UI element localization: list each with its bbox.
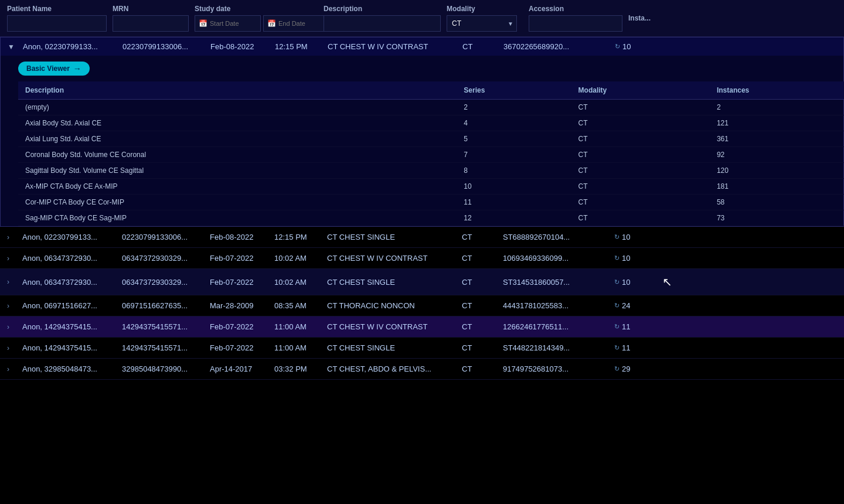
reload-icon: ↻ bbox=[614, 302, 620, 309]
expand-icon: › bbox=[7, 344, 16, 352]
expand-icon: › bbox=[7, 278, 16, 286]
row-instances: ↻ 10 bbox=[614, 254, 661, 263]
sub-row-series: 4 bbox=[457, 115, 571, 131]
sub-row-modality: CT bbox=[571, 100, 710, 115]
sub-table-row[interactable]: Sagittal Body Std. Volume CE Sagittal 8 … bbox=[18, 163, 844, 179]
row-modality: CT bbox=[462, 343, 497, 352]
row-patient-name: Anon, 02230799133... bbox=[22, 233, 116, 241]
collapse-icon: ▼ bbox=[8, 43, 17, 51]
mrn-input[interactable] bbox=[113, 15, 189, 32]
reload-icon: ↻ bbox=[614, 278, 620, 286]
expanded-study-header[interactable]: ▼ Anon, 02230799133... 02230799133006...… bbox=[1, 38, 843, 56]
table-row[interactable]: › Anon, 14294375415... 14294375415571...… bbox=[0, 316, 844, 338]
cursor-arrow: ↖ bbox=[662, 275, 672, 289]
sub-row-series: 7 bbox=[457, 147, 571, 163]
table-row[interactable]: › Anon, 06971516627... 06971516627635...… bbox=[0, 295, 844, 316]
expanded-mrn: 02230799133006... bbox=[122, 42, 205, 51]
study-date-filter-col: Study date 📅 📅 bbox=[195, 5, 318, 32]
row-time: 11:00 AM bbox=[274, 343, 321, 352]
sub-table-row[interactable]: Sag-MIP CTA Body CE Sag-MIP 12 CT 73 bbox=[18, 210, 844, 226]
row-date: Mar-28-2009 bbox=[210, 301, 268, 310]
sub-table-row[interactable]: (empty) 2 CT 2 bbox=[18, 100, 844, 115]
modality-select[interactable]: CT MR US CR DX NM PT bbox=[447, 15, 517, 32]
expanded-accession: 36702265689920... bbox=[503, 42, 609, 51]
row-time: 10:02 AM bbox=[274, 254, 321, 263]
table-row[interactable]: › Anon, 06347372930... 06347372930329...… bbox=[0, 269, 844, 295]
row-time: 11:00 AM bbox=[274, 322, 321, 331]
table-row[interactable]: › Anon, 32985048473... 32985048473990...… bbox=[0, 359, 844, 380]
sub-row-series: 2 bbox=[457, 100, 571, 115]
instances-filter-col: Insta... bbox=[628, 14, 651, 22]
end-date-wrapper[interactable]: 📅 bbox=[263, 15, 329, 32]
sub-table-body: (empty) 2 CT 2 Axial Body Std. Axial CE … bbox=[18, 100, 844, 226]
sub-row-modality: CT bbox=[571, 147, 710, 163]
row-modality: CT bbox=[462, 254, 497, 263]
row-instances: ↻ 11 bbox=[614, 343, 661, 352]
expanded-study-row: ▼ Anon, 02230799133... 02230799133006...… bbox=[0, 37, 844, 227]
sub-table-row[interactable]: Ax-MIP CTA Body CE Ax-MIP 10 CT 181 bbox=[18, 179, 844, 195]
row-date: Feb-08-2022 bbox=[210, 233, 268, 241]
expanded-instances: ↻ 10 bbox=[615, 42, 662, 51]
row-mrn: 14294375415571... bbox=[122, 322, 204, 331]
expanded-instances-wrapper: ↻ 10 bbox=[615, 42, 662, 51]
row-accession: ST314531860057... bbox=[503, 278, 608, 287]
row-mrn: 06971516627635... bbox=[122, 301, 204, 310]
table-row[interactable]: › Anon, 02230799133... 02230799133006...… bbox=[0, 227, 844, 248]
row-mrn: 06347372930329... bbox=[122, 254, 204, 263]
reload-icon: ↻ bbox=[614, 323, 620, 331]
end-date-input[interactable] bbox=[278, 20, 325, 27]
row-description: CT THORACIC NONCON bbox=[327, 301, 456, 310]
reload-icon: ↻ bbox=[614, 365, 620, 373]
patient-name-filter-col: Patient Name bbox=[7, 5, 107, 32]
row-modality: CT bbox=[462, 278, 497, 287]
main-container: Patient Name MRN Study date 📅 📅 Descript… bbox=[0, 0, 844, 504]
accession-input[interactable] bbox=[529, 15, 622, 32]
start-date-input[interactable] bbox=[210, 20, 257, 27]
instances-wrapper: ↻ 24 bbox=[614, 301, 661, 310]
row-instances: ↻ 10 bbox=[614, 233, 661, 241]
filter-row: Patient Name MRN Study date 📅 📅 Descript… bbox=[0, 0, 844, 37]
row-date: Feb-07-2022 bbox=[210, 278, 268, 287]
row-accession: 10693469336099... bbox=[503, 254, 608, 263]
sub-row-description: Axial Body Std. Axial CE bbox=[18, 115, 457, 131]
row-instances: ↻ 11 bbox=[614, 322, 661, 331]
row-date: Feb-07-2022 bbox=[210, 254, 268, 263]
row-mrn: 32985048473990... bbox=[122, 365, 204, 373]
sub-row-series: 5 bbox=[457, 131, 571, 147]
sub-row-modality: CT bbox=[571, 210, 710, 226]
row-instances: ↻ 29 bbox=[614, 365, 661, 373]
row-description: CT CHEST W IV CONTRAST bbox=[327, 322, 456, 331]
basic-viewer-button[interactable]: Basic Viewer bbox=[18, 62, 90, 76]
reload-icon: ↻ bbox=[614, 344, 620, 352]
sub-row-description: Coronal Body Std. Volume CE Coronal bbox=[18, 147, 457, 163]
sub-row-modality: CT bbox=[571, 131, 710, 147]
description-input[interactable] bbox=[324, 15, 441, 32]
sub-row-description: Ax-MIP CTA Body CE Ax-MIP bbox=[18, 179, 457, 195]
sub-table-row[interactable]: Axial Body Std. Axial CE 4 CT 121 bbox=[18, 115, 844, 131]
sub-table-header-row: Description Series Modality Instances bbox=[18, 81, 844, 100]
row-patient-name: Anon, 06347372930... bbox=[22, 278, 116, 287]
row-patient-name: Anon, 14294375415... bbox=[22, 343, 116, 352]
instances-wrapper: ↻ 29 bbox=[614, 365, 661, 373]
sub-table-row[interactable]: Axial Lung Std. Axial CE 5 CT 361 bbox=[18, 131, 844, 147]
reload-icon: ↻ bbox=[614, 233, 620, 241]
sub-table-head: Description Series Modality Instances bbox=[18, 81, 844, 100]
sub-row-instances: 181 bbox=[710, 179, 844, 195]
sub-row-instances: 58 bbox=[710, 195, 844, 210]
row-description: CT CHEST SINGLE bbox=[327, 343, 456, 352]
sub-table-row[interactable]: Cor-MIP CTA Body CE Cor-MIP 11 CT 58 bbox=[18, 195, 844, 210]
instances-wrapper: ↻ 10 bbox=[614, 233, 661, 241]
row-time: 10:02 AM bbox=[274, 278, 321, 287]
modality-filter-col: Modality CT MR US CR DX NM PT bbox=[447, 5, 523, 32]
reload-icon: ↻ bbox=[614, 254, 620, 262]
sub-row-modality: CT bbox=[571, 195, 710, 210]
study-date-label: Study date bbox=[195, 5, 318, 13]
calendar-end-icon: 📅 bbox=[267, 19, 276, 28]
sub-table-row[interactable]: Coronal Body Std. Volume CE Coronal 7 CT… bbox=[18, 147, 844, 163]
table-area: ▼ Anon, 02230799133... 02230799133006...… bbox=[0, 37, 844, 499]
patient-name-input[interactable] bbox=[7, 15, 107, 32]
table-row[interactable]: › Anon, 06347372930... 06347372930329...… bbox=[0, 248, 844, 269]
sub-row-description: (empty) bbox=[18, 100, 457, 115]
table-row[interactable]: › Anon, 14294375415... 14294375415571...… bbox=[0, 338, 844, 359]
start-date-wrapper[interactable]: 📅 bbox=[195, 15, 261, 32]
